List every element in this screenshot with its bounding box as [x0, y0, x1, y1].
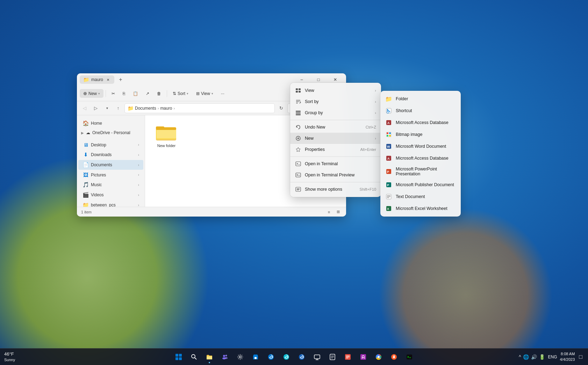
lang-indicator[interactable]: ENG — [548, 355, 557, 359]
network-icon[interactable]: 🌐 — [523, 354, 529, 360]
svg-rect-30 — [387, 111, 389, 113]
ctx-new[interactable]: New › — [290, 133, 381, 144]
nav-item-music[interactable]: 🎵 Music › — [78, 180, 143, 190]
remote-taskbar-button[interactable] — [310, 350, 324, 364]
sub-access2[interactable]: A Microsoft Access Database — [380, 152, 461, 164]
taskbar-clock[interactable]: 8:08 AM 4/4/2023 — [560, 351, 575, 362]
nav-item-videos[interactable]: 🎬 Videos › — [78, 190, 143, 200]
share-button[interactable]: ↗ — [142, 89, 153, 98]
svg-rect-68 — [314, 355, 320, 359]
notepad-taskbar-button[interactable] — [325, 350, 339, 364]
new-button[interactable]: ⊕ New ▾ — [80, 89, 103, 98]
browser2-taskbar-button[interactable] — [387, 350, 401, 364]
settings-taskbar-button[interactable] — [233, 350, 247, 364]
sub-powerpoint[interactable]: P Microsoft PowerPoint Presentation — [380, 164, 461, 179]
chrome-taskbar-button[interactable] — [372, 350, 386, 364]
ctx-open-terminal[interactable]: Open in Terminal — [290, 158, 381, 169]
between-pcs-icon: 📁 — [83, 202, 89, 207]
file-item-new-folder[interactable]: New folder — [151, 121, 182, 151]
new-tab-button[interactable]: + — [116, 75, 126, 85]
sub-word[interactable]: W Microsoft Word Document — [380, 140, 461, 152]
start-button[interactable] — [172, 350, 186, 364]
expand-arrow: ▶ — [81, 131, 84, 135]
nav-item-desktop[interactable]: 🖥 Desktop › — [78, 140, 143, 149]
breadcrumb-mauro[interactable]: mauro — [160, 106, 172, 111]
list-view-button[interactable]: ≡ — [325, 208, 333, 216]
recent-locations-button[interactable]: ▾ — [102, 103, 112, 113]
volume-icon[interactable]: 🔊 — [531, 354, 537, 360]
battery-icon[interactable]: 🔋 — [539, 354, 545, 360]
sub-shortcut[interactable]: Shortcut — [380, 105, 461, 117]
view-icon: ⊞ — [196, 91, 200, 96]
sub-folder-label: Folder — [396, 96, 408, 101]
systray: ^ 🌐 🔊 🔋 — [519, 354, 545, 360]
tray-arrow[interactable]: ^ — [519, 354, 521, 360]
ctx-show-more-label: Show more options — [305, 187, 342, 192]
sort-button[interactable]: ⇅ Sort ▾ — [169, 89, 192, 98]
ctx-undo-new[interactable]: Undo New Ctrl+Z — [290, 122, 381, 133]
sub-text[interactable]: Text Document — [380, 191, 461, 203]
ctx-sort-by-label: Sort by — [305, 99, 319, 104]
between-pcs-arrow: › — [138, 203, 139, 207]
sub-word-label: Microsoft Word Document — [396, 144, 446, 149]
address-bar[interactable]: 📁 Documents › mauro › — [124, 103, 275, 113]
forward-button[interactable]: ▷ — [91, 103, 101, 113]
ctx-open-terminal-preview[interactable]: Open in Terminal Preview — [290, 169, 381, 181]
file-explorer-taskbar-button[interactable] — [202, 350, 216, 364]
ctx-divider-2 — [290, 156, 381, 157]
svg-point-81 — [362, 357, 363, 358]
nav-item-home[interactable]: 🏠 Home — [78, 118, 143, 128]
search-taskbar-button[interactable] — [187, 350, 201, 364]
ctx-group-by[interactable]: Group by › — [290, 107, 381, 118]
ctx-view[interactable]: View › — [290, 85, 381, 96]
sub-excel[interactable]: X Microsoft Excel Worksheet — [380, 203, 461, 214]
ctx-view-label: View — [305, 88, 314, 93]
teams-taskbar-button[interactable] — [218, 350, 232, 364]
nav-item-between-pcs[interactable]: 📁 between_pcs › — [78, 200, 143, 207]
ctx-sort-by[interactable]: Sort by › — [290, 96, 381, 107]
notification-button[interactable]: □ — [578, 354, 584, 360]
edge-taskbar-button[interactable] — [264, 350, 278, 364]
copy-icon: ⎘ — [123, 91, 125, 96]
paste-button[interactable]: 📋 — [129, 89, 142, 98]
ctx-properties[interactable]: Properties Alt+Enter — [290, 144, 381, 155]
ctx-show-more-shortcut: Shift+F10 — [360, 187, 376, 191]
grid-view-button[interactable]: ⊞ — [334, 208, 342, 216]
tab-close-button[interactable]: ✕ — [105, 77, 111, 82]
delete-button[interactable]: 🗑 — [153, 89, 165, 98]
back-button[interactable]: ◁ — [80, 103, 89, 113]
sub-folder[interactable]: 📁 Folder — [380, 93, 461, 105]
edge3-taskbar-button[interactable] — [295, 350, 309, 364]
ctx-show-more[interactable]: Show more options Shift+F10 — [290, 184, 381, 195]
cut-button[interactable]: ✂ — [108, 89, 119, 98]
nav-item-downloads[interactable]: ⬇ Downloads › — [78, 150, 143, 160]
explorer-tab[interactable]: 📁 mauro ✕ — [80, 75, 114, 84]
svg-text:A: A — [387, 121, 390, 125]
sub-access[interactable]: A Microsoft Access Database — [380, 117, 461, 129]
more-button[interactable]: ··· — [217, 89, 228, 98]
clock-date: 4/4/2023 — [560, 357, 575, 362]
svg-rect-53 — [179, 354, 182, 357]
sub-bitmap[interactable]: Bitmap image — [380, 129, 461, 140]
sub-publisher-label: Microsoft Publisher Document — [396, 182, 454, 187]
sub-publisher[interactable]: P Microsoft Publisher Document — [380, 179, 461, 191]
edge2-taskbar-button[interactable] — [279, 350, 293, 364]
svg-rect-36 — [387, 135, 388, 137]
shortcut-sub-icon — [385, 107, 392, 114]
onedrive-icon: ☁ — [86, 130, 90, 135]
sub-shortcut-label: Shortcut — [396, 108, 412, 113]
app2-taskbar-button[interactable] — [356, 350, 370, 364]
nav-item-documents[interactable]: 📄 Documents › — [78, 160, 143, 170]
taskbar-weather[interactable]: 46°F Sunny — [4, 351, 15, 362]
app1-taskbar-button[interactable] — [341, 350, 355, 364]
breadcrumb-documents[interactable]: Documents — [135, 106, 156, 111]
up-button[interactable]: ↑ — [113, 103, 123, 113]
store-taskbar-button[interactable] — [249, 350, 263, 364]
refresh-button[interactable]: ↻ — [276, 103, 286, 113]
nav-pictures-label: Pictures — [91, 173, 106, 177]
nav-onedrive[interactable]: ▶ ☁ OneDrive - Personal — [77, 129, 145, 137]
copy-button[interactable]: ⎘ — [119, 89, 129, 98]
nav-item-pictures[interactable]: 🖼 Pictures › — [78, 170, 143, 180]
view-button[interactable]: ⊞ View ▾ — [193, 89, 217, 98]
terminal-taskbar-button[interactable] — [402, 350, 416, 364]
